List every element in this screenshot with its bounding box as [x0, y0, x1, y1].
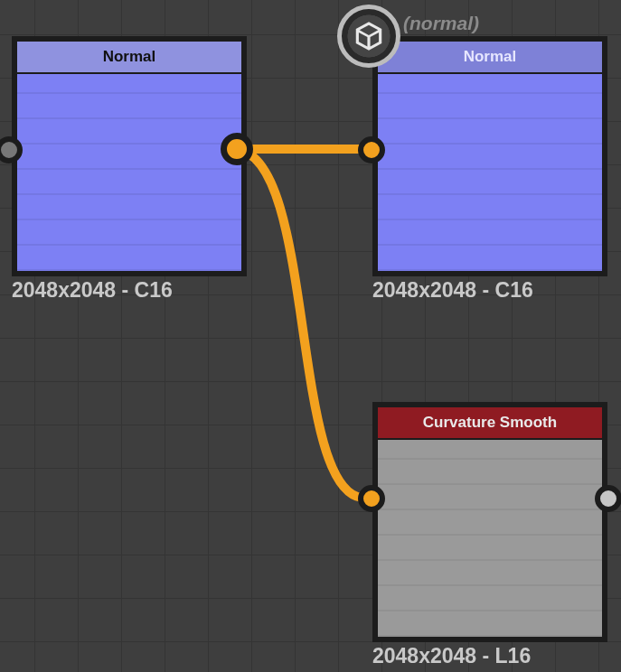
node-graph[interactable]: Normal 2048x2048 - C16 Normal 2048x2048 …	[0, 0, 621, 672]
input-port[interactable]	[358, 136, 385, 163]
node-curvature-smooth[interactable]: Curvature Smooth	[372, 402, 607, 642]
node-title: Normal	[378, 42, 602, 74]
node-title: Normal	[17, 42, 241, 74]
output-type-badge[interactable]	[337, 5, 400, 68]
node-preview	[17, 74, 241, 271]
node-normal-output[interactable]: Normal	[372, 36, 607, 276]
output-port[interactable]	[221, 133, 253, 165]
input-port[interactable]	[358, 485, 385, 512]
cube-icon	[352, 19, 386, 53]
node-normal-source[interactable]: Normal	[12, 36, 247, 276]
node-preview	[378, 440, 602, 637]
annotation-label: (normal)	[403, 13, 479, 34]
node-title: Curvature Smooth	[378, 407, 602, 440]
node-preview	[378, 74, 602, 271]
node-caption: 2048x2048 - C16	[12, 278, 173, 303]
node-caption: 2048x2048 - C16	[372, 278, 533, 303]
node-caption: 2048x2048 - L16	[372, 644, 531, 668]
output-port[interactable]	[595, 485, 621, 512]
